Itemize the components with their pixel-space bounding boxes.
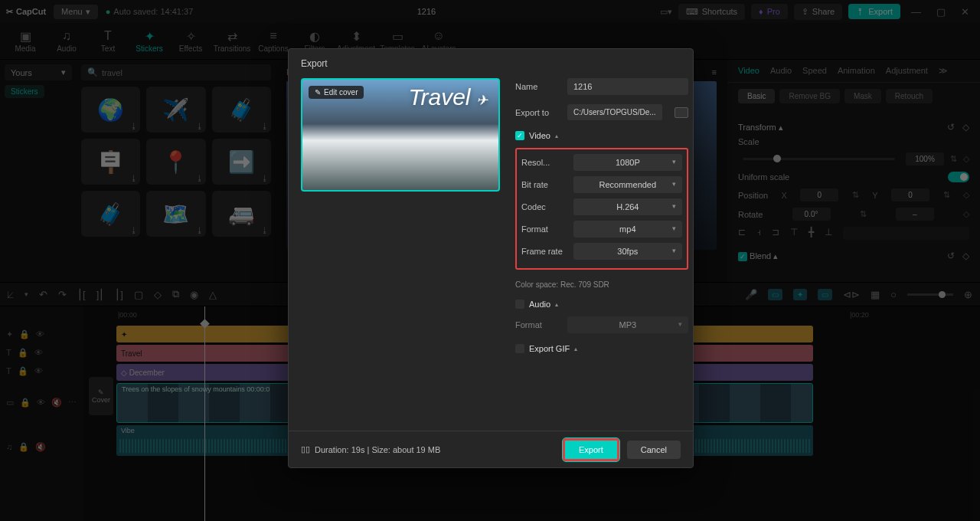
download-icon[interactable]: ⭳ — [130, 122, 138, 130]
trim-left-icon[interactable]: ]⎮ — [96, 289, 105, 300]
eye-icon[interactable]: 👁 — [37, 398, 45, 407]
cancel-button[interactable]: Cancel — [627, 441, 681, 459]
lock-icon[interactable]: 🔒 — [18, 442, 29, 452]
menu-button[interactable]: Menu ▾ — [54, 5, 98, 19]
eye-icon[interactable]: 👁 — [36, 329, 44, 339]
rotate-input[interactable]: 0.0° — [792, 208, 831, 221]
layout-icon[interactable]: ▦ — [871, 289, 880, 300]
subtab-mask[interactable]: Mask — [844, 89, 881, 103]
cover-preview[interactable]: ✎Edit cover Travel ✈ — [301, 78, 500, 192]
align-right-icon[interactable]: ⊐ — [772, 227, 779, 240]
chip-3[interactable]: ▭ — [818, 289, 832, 300]
align-extra[interactable] — [843, 227, 969, 240]
zoom-out-icon[interactable]: ○ — [890, 289, 897, 300]
keyframe-icon[interactable]: ◇ — [963, 190, 969, 200]
sticker-item[interactable]: 🧳⭳ — [212, 87, 271, 133]
export-confirm-button[interactable]: Export — [563, 438, 619, 461]
pro-badge[interactable]: ♦Pro — [751, 4, 788, 19]
close-button[interactable]: ✕ — [956, 6, 974, 18]
video-section-header[interactable]: ✓Video ▴ — [515, 131, 688, 140]
sticker-item[interactable]: ✈️⭳ — [146, 87, 205, 133]
tool-media[interactable]: ▣Media — [8, 29, 43, 53]
audio-format-select[interactable]: MP3 — [567, 316, 688, 333]
text-icon[interactable]: T — [6, 366, 11, 375]
eye-icon[interactable]: 👁 — [34, 348, 43, 357]
folder-icon[interactable] — [675, 107, 688, 118]
lock-icon[interactable]: 🔒 — [18, 366, 28, 376]
tab-video[interactable]: Video — [738, 66, 760, 76]
stickers-category[interactable]: Stickers — [5, 85, 44, 98]
chevron-down-icon[interactable]: ▾ — [24, 290, 28, 298]
cover-button[interactable]: ✎Cover — [89, 377, 113, 415]
tool-text[interactable]: TText — [90, 29, 126, 53]
align-top-icon[interactable]: ⊤ — [790, 227, 798, 240]
sticker-item[interactable]: 🌍⭳ — [81, 87, 140, 133]
tab-audio[interactable]: Audio — [770, 66, 792, 76]
keyframe-icon[interactable]: ◇ — [963, 154, 969, 164]
rec-icon[interactable]: ◉ — [190, 289, 198, 300]
stepper-icon[interactable]: ⇅ — [950, 154, 957, 164]
text-icon[interactable]: T — [6, 348, 11, 357]
trim-right-icon[interactable]: ⎮] — [115, 289, 123, 300]
redo-icon[interactable]: ↷ — [58, 289, 67, 300]
tab-speed[interactable]: Speed — [802, 66, 827, 76]
tab-animation[interactable]: Animation — [838, 66, 875, 76]
search-input[interactable]: 🔍travel — [81, 64, 271, 80]
pos-x-input[interactable]: 0 — [800, 188, 838, 202]
split-icon[interactable]: ⎮[ — [77, 289, 86, 300]
chip-2[interactable]: ✦ — [793, 289, 807, 300]
download-icon[interactable]: ⭳ — [196, 174, 204, 182]
align-bot-icon[interactable]: ⊥ — [825, 227, 832, 240]
download-icon[interactable]: ⭳ — [196, 226, 204, 234]
sticker-item[interactable]: 📍⭳ — [146, 139, 205, 185]
sticker-item[interactable]: 🪧⭳ — [81, 139, 140, 185]
delete-icon[interactable]: ▢ — [134, 289, 143, 300]
tool-captions[interactable]: ≡Captions — [256, 29, 291, 53]
audio-section-header[interactable]: Audio ▴ — [515, 300, 688, 309]
checkbox-icon[interactable] — [515, 300, 524, 309]
undo-icon[interactable]: ↶ — [39, 289, 47, 300]
fx-icon[interactable]: ✦ — [6, 329, 13, 339]
align-center-icon[interactable]: ⫞ — [756, 227, 761, 240]
subtab-basic[interactable]: Basic — [738, 89, 775, 103]
lock-icon[interactable]: 🔒 — [19, 329, 30, 339]
aspect-icon[interactable]: ▭▾ — [660, 7, 672, 17]
chip-1[interactable]: ▭ — [768, 289, 782, 300]
download-icon[interactable]: ⭳ — [261, 226, 269, 234]
export-button-top[interactable]: ⭱Export — [848, 4, 900, 19]
name-input[interactable]: 1216 — [567, 78, 688, 95]
reset-icon[interactable]: ↺ — [947, 122, 955, 133]
uniform-toggle[interactable] — [948, 172, 969, 182]
align-left-icon[interactable]: ⊏ — [738, 227, 746, 240]
export-path-input[interactable]: C:/Users/TOPGUS/De... — [567, 104, 662, 120]
scale-value[interactable]: 100% — [906, 152, 944, 165]
subtab-removebg[interactable]: Remove BG — [779, 89, 839, 103]
audio-icon[interactable]: ♫ — [6, 442, 12, 451]
tab-adjustment[interactable]: Adjustment — [886, 66, 928, 76]
checkbox-icon[interactable]: ✓ — [515, 131, 524, 140]
zoom-in-icon[interactable]: ⊕ — [964, 289, 972, 300]
minimize-button[interactable]: — — [906, 6, 926, 18]
transform-header[interactable]: Transform ▴ — [738, 123, 783, 133]
mark-icon[interactable]: ◇ — [154, 289, 162, 300]
video-icon[interactable]: ▭ — [6, 398, 14, 408]
tool-stickers[interactable]: ✦Stickers — [132, 29, 167, 53]
reset-icon[interactable]: ↺ — [947, 251, 955, 261]
warn-icon[interactable]: △ — [209, 289, 217, 300]
download-icon[interactable]: ⭳ — [261, 122, 269, 130]
tool-effects[interactable]: ✧Effects — [173, 29, 208, 53]
lock-icon[interactable]: 🔒 — [20, 398, 31, 408]
yours-dropdown[interactable]: Yours▾ — [5, 64, 72, 80]
resolution-select[interactable]: 1080P — [573, 154, 682, 171]
format-select[interactable]: mp4 — [573, 221, 682, 238]
sticker-item[interactable]: ➡️⭳ — [212, 139, 271, 185]
gif-section-header[interactable]: Export GIF ▴ — [515, 344, 688, 353]
blend-header[interactable]: ✓ Blend ▴ — [738, 251, 778, 261]
shortcuts-button[interactable]: ⌨Shortcuts — [678, 4, 745, 20]
download-icon[interactable]: ⭳ — [196, 122, 204, 130]
bitrate-select[interactable]: Recommended — [573, 176, 682, 193]
blend-check-icon[interactable]: ✓ — [738, 252, 747, 261]
lock-icon[interactable]: 🔒 — [18, 348, 28, 358]
scale-slider[interactable] — [743, 158, 895, 160]
mute-icon[interactable]: 🔇 — [51, 398, 62, 408]
